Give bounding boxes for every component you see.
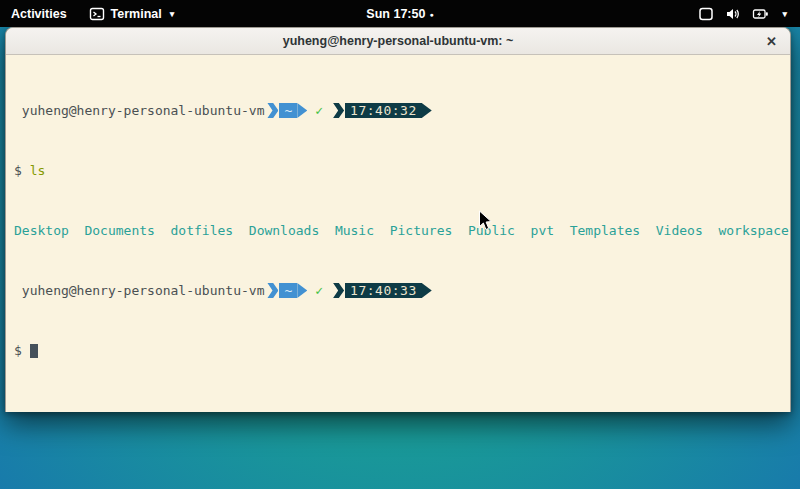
screen-share-icon	[698, 6, 714, 22]
prompt-user: yuheng@henry-personal-ubuntu-vm	[14, 103, 264, 118]
clock-label: Sun 17:50	[366, 7, 425, 21]
terminal-icon	[89, 6, 105, 22]
top-bar: Activities Terminal ▾ Sun 17:50 ●	[0, 0, 800, 27]
volume-icon	[725, 6, 741, 22]
status-check-icon: ✓	[307, 283, 330, 298]
activities-button[interactable]: Activities	[11, 0, 67, 27]
prompt-cwd-segment: ~	[279, 103, 297, 118]
prompt-symbol: $	[14, 343, 30, 358]
battery-charging-icon	[752, 6, 769, 22]
powerline-separator-icon	[267, 103, 278, 118]
window-titlebar[interactable]: yuheng@henry-personal-ubuntu-vm: ~ ✕	[6, 28, 790, 55]
close-icon[interactable]: ✕	[761, 31, 782, 52]
chevron-down-icon: ▾	[782, 9, 787, 19]
powerline-separator-icon	[333, 283, 344, 298]
mouse-cursor	[478, 210, 493, 236]
ls-output-line: Desktop Documents dotfiles Downloads Mus…	[14, 223, 782, 238]
command-text: ls	[30, 163, 46, 178]
prompt-symbol: $	[14, 163, 30, 178]
system-tray[interactable]: ▾	[698, 0, 800, 27]
prompt-line: yuheng@henry-personal-ubuntu-vm ~ ✓ 17:4…	[14, 103, 782, 118]
powerline-arrow-icon	[422, 283, 432, 298]
terminal-content[interactable]: yuheng@henry-personal-ubuntu-vm ~ ✓ 17:4…	[6, 55, 790, 412]
powerline-arrow-icon	[422, 103, 432, 118]
activities-label: Activities	[11, 7, 67, 21]
powerline-arrow-icon	[297, 103, 307, 118]
notification-dot-icon: ●	[429, 11, 433, 18]
input-line: $	[14, 343, 782, 358]
app-menu-label: Terminal	[111, 7, 162, 21]
terminal-cursor	[30, 344, 38, 358]
desktop: { "topbar": { "activities_label": "Activ…	[0, 0, 800, 489]
prompt-time-segment: 17:40:32	[345, 103, 422, 118]
window-title: yuheng@henry-personal-ubuntu-vm: ~	[283, 34, 514, 48]
app-menu-terminal[interactable]: Terminal ▾	[89, 0, 175, 27]
prompt-cwd-segment: ~	[279, 283, 297, 298]
clock-button[interactable]: Sun 17:50 ●	[366, 7, 433, 21]
chevron-down-icon: ▾	[170, 9, 175, 19]
prompt-time-segment: 17:40:33	[345, 283, 422, 298]
prompt-line: yuheng@henry-personal-ubuntu-vm ~ ✓ 17:4…	[14, 283, 782, 298]
powerline-separator-icon	[267, 283, 278, 298]
status-check-icon: ✓	[307, 103, 330, 118]
terminal-window: yuheng@henry-personal-ubuntu-vm: ~ ✕ yuh…	[5, 27, 791, 412]
top-bar-left: Activities Terminal ▾	[0, 0, 174, 27]
powerline-separator-icon	[333, 103, 344, 118]
powerline-arrow-icon	[297, 283, 307, 298]
command-line: $ ls	[14, 163, 782, 178]
prompt-user: yuheng@henry-personal-ubuntu-vm	[14, 283, 264, 298]
